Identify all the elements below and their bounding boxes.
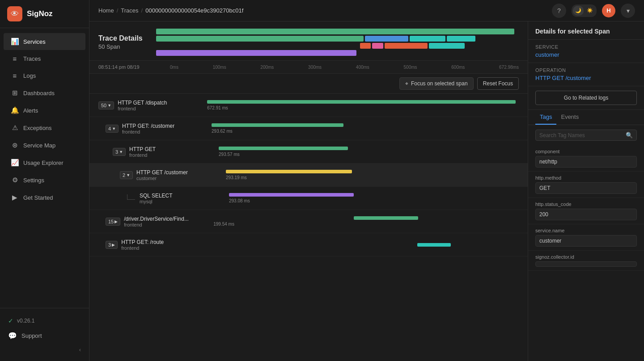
span-name: HTTP GET /customer xyxy=(136,169,226,176)
span-toggle[interactable]: 50 ▼ xyxy=(98,101,114,109)
dropdown-chevron-button[interactable]: ▾ xyxy=(621,4,635,18)
avatar-button[interactable]: H xyxy=(602,4,615,17)
mini-bar-3c xyxy=(385,43,428,49)
tag-http-status: http.status_code 200 xyxy=(528,198,644,224)
span-service: frontend xyxy=(121,245,211,251)
span-duration: 293.57 ms xyxy=(219,152,519,157)
sidebar-item-usage-explorer[interactable]: 📈 Usage Explorer xyxy=(4,154,85,171)
go-to-related-logs-button[interactable]: Go to Related logs xyxy=(535,91,637,105)
tag-collector-id-value xyxy=(535,261,637,267)
span-row[interactable]: 4 ▼ HTTP GET: /customer frontend 293.62 … xyxy=(89,117,528,140)
sidebar-item-exceptions[interactable]: ⚠ Exceptions xyxy=(4,119,85,136)
span-indent: 15 ▶ xyxy=(106,218,120,226)
sidebar-logo[interactable]: 👁 SigNoz xyxy=(0,0,89,28)
topbar-actions: ? 🌙 ☀️ H ▾ xyxy=(552,4,635,18)
span-bar xyxy=(219,147,348,150)
ruler-mark-300: 300ms xyxy=(308,65,322,70)
search-tags-input[interactable] xyxy=(539,132,623,139)
span-bar xyxy=(417,243,451,247)
span-row[interactable]: 2 ▼ HTTP GET /customer customer 293.19 m… xyxy=(89,164,528,187)
mini-bar-2a xyxy=(156,36,364,42)
detail-panel-title: Details for selected Span xyxy=(535,28,637,35)
dashboards-icon: ⊞ xyxy=(11,89,19,97)
span-duration: 199.54 ms xyxy=(213,222,519,227)
trace-mini-bars xyxy=(156,29,514,56)
sidebar-item-alerts[interactable]: 🔔 Alerts xyxy=(4,102,85,119)
span-count: 2 xyxy=(123,172,125,178)
span-indent: 3 ▶ xyxy=(106,241,118,249)
mini-bar-1 xyxy=(156,29,514,34)
tab-tags[interactable]: Tags xyxy=(535,110,556,125)
sidebar-item-service-map[interactable]: ⊛ Service Map xyxy=(4,137,85,154)
span-duration: 293.19 ms xyxy=(226,175,519,180)
exceptions-icon: ⚠ xyxy=(11,124,19,132)
span-row[interactable]: SQL SELECT mysql 293.08 ms xyxy=(89,187,528,210)
operation-section: Operation HTTP GET /customer xyxy=(528,63,644,86)
logo-text: SigNoz xyxy=(27,9,53,18)
search-icon[interactable]: 🔍 xyxy=(626,132,633,139)
tag-collector-id-label: signoz.collector.id xyxy=(535,254,637,260)
detail-panel: Details for selected Span Service custom… xyxy=(528,21,644,361)
tag-component-label: component xyxy=(535,149,637,154)
span-row[interactable]: 15 ▶ /driver.DriverService/Find... front… xyxy=(89,210,528,233)
support-item[interactable]: 💬 Support xyxy=(4,328,85,344)
sidebar-item-services[interactable]: 📊 Services xyxy=(4,33,85,50)
chevron-down-icon: ▼ xyxy=(107,103,111,108)
reset-focus-button[interactable]: Reset Focus xyxy=(477,77,519,90)
span-toggle[interactable]: 4 ▼ xyxy=(106,125,119,133)
sidebar-item-dashboards[interactable]: ⊞ Dashboards xyxy=(4,84,85,101)
span-info: HTTP GET /dispatch frontend xyxy=(118,100,207,111)
span-row[interactable]: 3 ▶ HTTP GET: /route frontend xyxy=(89,233,528,256)
span-toggle[interactable]: 2 ▼ xyxy=(120,171,133,179)
collapse-sidebar-button[interactable]: ‹ xyxy=(4,344,85,356)
operation-value[interactable]: HTTP GET /customer xyxy=(535,75,637,81)
trace-title: Trace Details xyxy=(98,34,143,42)
service-section: Service customer xyxy=(528,40,644,63)
span-toggle[interactable]: 3 ▶ xyxy=(106,241,118,249)
span-bar xyxy=(212,123,343,127)
tag-component-value: net/http xyxy=(535,156,637,168)
sidebar-footer: ✓ v0.26.1 💬 Support ‹ xyxy=(0,308,89,361)
tag-http-method-label: http.method xyxy=(535,175,637,180)
help-button[interactable]: ? xyxy=(552,4,566,18)
service-value[interactable]: customer xyxy=(535,51,637,58)
content-area: Trace Details 50 Span xyxy=(89,21,644,361)
chevron-right-icon: ▶ xyxy=(112,243,115,247)
mini-bar-2b xyxy=(365,36,408,42)
chevron-down-icon: ▼ xyxy=(119,150,123,154)
theme-toggle: 🌙 ☀️ xyxy=(572,4,597,17)
settings-icon: ⚙ xyxy=(11,176,19,184)
span-bar xyxy=(229,193,354,197)
span-info: HTTP GET /customer customer xyxy=(136,169,226,181)
timeline-ruler: 08:51:14 pm 08/19 0ms 100ms 200ms 300ms … xyxy=(89,61,528,74)
operation-label: Operation xyxy=(535,67,637,73)
sidebar-item-settings[interactable]: ⚙ Settings xyxy=(4,172,85,189)
light-mode-button[interactable]: ☀️ xyxy=(585,6,595,16)
dark-mode-button[interactable]: 🌙 xyxy=(573,6,584,16)
sidebar-item-traces[interactable]: ≡ Traces xyxy=(4,50,85,67)
span-toggle[interactable]: 15 ▶ xyxy=(106,218,120,226)
service-label: Service xyxy=(535,44,637,50)
tag-http-status-value: 200 xyxy=(535,209,637,220)
sidebar-item-get-started[interactable]: ▶ Get Started xyxy=(4,189,85,206)
span-bar-area xyxy=(211,237,519,253)
span-list: 50 ▼ HTTP GET /dispatch frontend 672.91 … xyxy=(89,94,528,361)
span-info: HTTP GET: /customer frontend xyxy=(122,123,212,134)
breadcrumb-traces[interactable]: Traces xyxy=(121,7,138,14)
mini-bar-3b xyxy=(372,43,383,49)
detail-scroll: component net/http http.method GET http.… xyxy=(528,145,644,361)
span-toggle[interactable]: 3 ▼ xyxy=(113,148,126,156)
version-check-icon: ✓ xyxy=(8,317,13,324)
span-row[interactable]: 50 ▼ HTTP GET /dispatch frontend 672.91 … xyxy=(89,94,528,117)
tab-events[interactable]: Events xyxy=(556,110,583,125)
span-bar-area: 293.57 ms xyxy=(219,144,519,160)
trace-span-count: 50 Span xyxy=(98,43,143,50)
mini-bar-row-3 xyxy=(156,43,514,49)
breadcrumb-home[interactable]: Home xyxy=(98,7,114,14)
tag-http-method: http.method GET xyxy=(528,172,644,198)
tag-http-status-label: http.status_code xyxy=(535,201,637,207)
focus-selected-span-button[interactable]: ⌖ Focus on selected span xyxy=(399,77,474,90)
span-row[interactable]: 3 ▼ HTTP GET frontend 293.57 ms xyxy=(89,140,528,164)
sidebar-item-logs[interactable]: ≡ Logs xyxy=(4,67,85,84)
span-count: 15 xyxy=(108,219,114,224)
